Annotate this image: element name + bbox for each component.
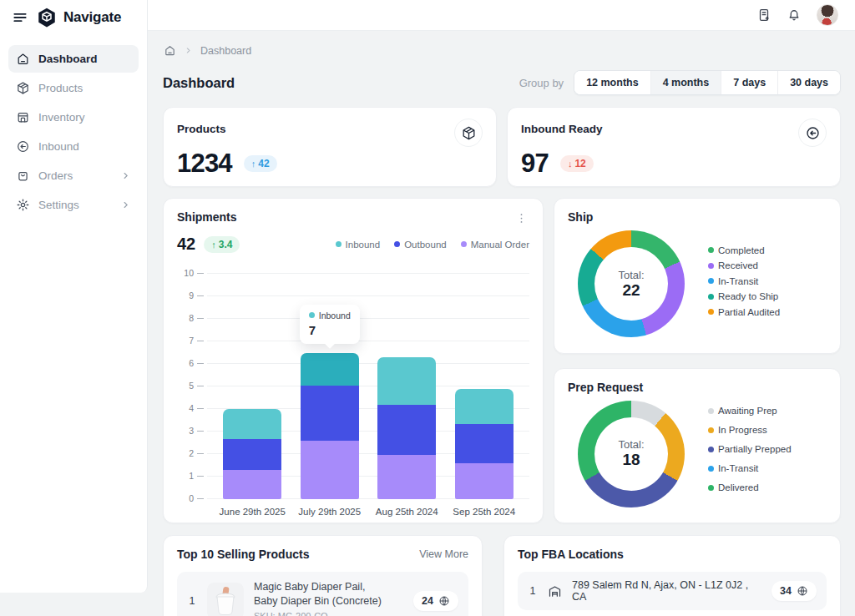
- chevron-right-icon: [120, 199, 131, 210]
- avatar[interactable]: [817, 4, 838, 26]
- logo-icon: [36, 7, 58, 28]
- sidebar-item-products[interactable]: Products: [8, 74, 139, 102]
- sidebar-item-dashboard[interactable]: Dashboard: [8, 45, 139, 73]
- donut-total-value: 22: [622, 281, 640, 300]
- bar-segment-inbound[interactable]: [377, 357, 436, 405]
- bar-segment-inbound[interactable]: [455, 389, 514, 424]
- sidebar: Navigate Dashboard Products Inventory In…: [0, 0, 148, 593]
- sidebar-item-label: Orders: [38, 169, 73, 182]
- bar-july-29th-2025[interactable]: Inbound 7: [301, 353, 359, 499]
- arrow-up-icon: ↑: [211, 240, 216, 250]
- shipments-legend: InboundOutboundManual Order: [336, 240, 529, 250]
- y-axis-label: 4: [189, 403, 194, 413]
- title-row: Dashboard Group by 12 months 4 months 7 …: [163, 70, 841, 95]
- group-by-12-months[interactable]: 12 months: [574, 71, 650, 94]
- bar-june-29th-2025[interactable]: [223, 409, 281, 499]
- legend-inbound[interactable]: Inbound: [336, 240, 381, 250]
- donut-chart-prep-request: Total: 18: [578, 401, 685, 507]
- y-axis-label: 9: [189, 290, 194, 300]
- home-icon: [16, 52, 30, 66]
- top-fba-locations-card: Top FBA Locations 1 789 Salem Rd N, Ajax…: [503, 535, 841, 616]
- legend-partially-prepped: Partially Prepped: [708, 444, 792, 454]
- top-products-card: Top 10 Selling Products View More 1 Magi…: [163, 535, 483, 616]
- x-axis-label: June 29th 2025: [214, 507, 291, 517]
- donut-title: Ship: [568, 210, 827, 224]
- donut-total-label: Total:: [618, 269, 644, 281]
- app-logo[interactable]: Navigate: [36, 7, 121, 28]
- bar-segment-outbound[interactable]: [301, 386, 359, 441]
- product-list-item[interactable]: 1 Magic Baby Diaper Pail, Baby Diaper Bi…: [177, 572, 468, 616]
- bar-segment-outbound[interactable]: [223, 439, 281, 469]
- bar-sep-25th-2024[interactable]: [455, 389, 514, 499]
- menu-icon[interactable]: [12, 9, 28, 26]
- breadcrumb: Dashboard: [164, 44, 841, 57]
- y-axis-label: 10: [184, 268, 194, 278]
- shipments-delta-badge: ↑3.4: [204, 236, 240, 253]
- inventory-icon: [16, 110, 30, 124]
- package-icon: [454, 119, 483, 147]
- stat-title: Products: [177, 119, 226, 135]
- location-list-item[interactable]: 1 789 Salem Rd N, Ajax, ON - L1Z 0J2 , C…: [518, 572, 827, 610]
- chevron-right-icon: [184, 46, 193, 55]
- bar-segment-manual-order[interactable]: [223, 470, 281, 499]
- bar-segment-outbound[interactable]: [377, 405, 436, 456]
- legend-completed: Completed: [708, 245, 780, 255]
- sidebar-item-settings[interactable]: Settings: [8, 191, 139, 219]
- view-more-link[interactable]: View More: [419, 548, 468, 560]
- donut-title: Prep Request: [568, 381, 827, 394]
- top-locations-title: Top FBA Locations: [518, 548, 624, 561]
- warehouse-icon: [548, 584, 562, 598]
- group-by-4-months[interactable]: 4 months: [650, 71, 721, 94]
- y-axis-label: 5: [189, 381, 194, 391]
- globe-icon: [797, 585, 808, 597]
- group-by-7-days[interactable]: 7 days: [721, 71, 777, 94]
- bar-segment-inbound[interactable]: [301, 353, 359, 386]
- sidebar-item-inventory[interactable]: Inventory: [8, 104, 139, 131]
- shipments-value: 42: [177, 235, 195, 254]
- sidebar-item-label: Inbound: [38, 140, 79, 153]
- ship-donut-card: Ship Total: 22 CompletedReceivedIn-Trans…: [554, 198, 841, 354]
- arrow-up-icon: ↑: [251, 159, 256, 169]
- bar-segment-manual-order[interactable]: [301, 441, 359, 499]
- y-axis-label: 1: [189, 471, 194, 481]
- clipboard-plus-icon[interactable]: [756, 8, 772, 23]
- product-name: Magic Baby Diaper Pail, Baby Diaper Bin …: [254, 580, 382, 616]
- stat-cards-row: Products 1234 ↑42 Inbound Ready: [163, 107, 841, 187]
- sidebar-item-label: Products: [38, 82, 83, 94]
- bar-segment-outbound[interactable]: [455, 424, 514, 463]
- bell-icon[interactable]: [787, 8, 802, 23]
- count-badge: 24: [413, 591, 458, 611]
- legend-manual-order[interactable]: Manual Order: [461, 240, 529, 250]
- inbound-arrow-icon: [798, 119, 827, 147]
- lists-row: Top 10 Selling Products View More 1 Magi…: [163, 535, 841, 616]
- bar-aug-25th-2024[interactable]: [377, 357, 436, 499]
- y-axis-label: 8: [189, 313, 194, 323]
- legend-outbound[interactable]: Outbound: [394, 240, 447, 250]
- bar-segment-manual-order[interactable]: [377, 455, 436, 499]
- inbound-ready-stat-card: Inbound Ready 97 ↓12: [507, 107, 841, 187]
- bar-segment-inbound[interactable]: [223, 409, 281, 439]
- delta-badge: ↑42: [244, 155, 277, 172]
- sidebar-header: Navigate: [0, 0, 147, 35]
- legend-partial-audited: Partial Audited: [708, 307, 780, 317]
- tooltip-value: 7: [309, 323, 351, 337]
- legend-in-transit: In-Transit: [708, 463, 792, 473]
- prep-request-donut-card: Prep Request Total: 18 Awaiting PrepIn P…: [554, 368, 841, 524]
- sidebar-item-label: Inventory: [38, 111, 85, 124]
- stat-title: Inbound Ready: [521, 119, 603, 135]
- legend-in-progress: In Progress: [708, 425, 792, 435]
- bar-segment-manual-order[interactable]: [455, 463, 514, 499]
- rank: 1: [187, 595, 197, 607]
- products-stat-card: Products 1234 ↑42: [163, 107, 497, 187]
- sidebar-item-inbound[interactable]: Inbound: [8, 133, 139, 160]
- sidebar-item-orders[interactable]: Orders: [8, 162, 139, 189]
- delta-badge: ↓12: [560, 155, 594, 172]
- orders-bag-icon: [16, 169, 30, 183]
- y-axis-label: 7: [189, 336, 194, 346]
- home-icon[interactable]: [164, 44, 176, 57]
- donut-total-label: Total:: [618, 438, 644, 451]
- group-by-label: Group by: [519, 77, 564, 89]
- donut-chart-ship: Total: 22: [578, 230, 685, 337]
- group-by-30-days[interactable]: 30 days: [777, 71, 840, 94]
- kebab-menu-icon[interactable]: [514, 210, 529, 226]
